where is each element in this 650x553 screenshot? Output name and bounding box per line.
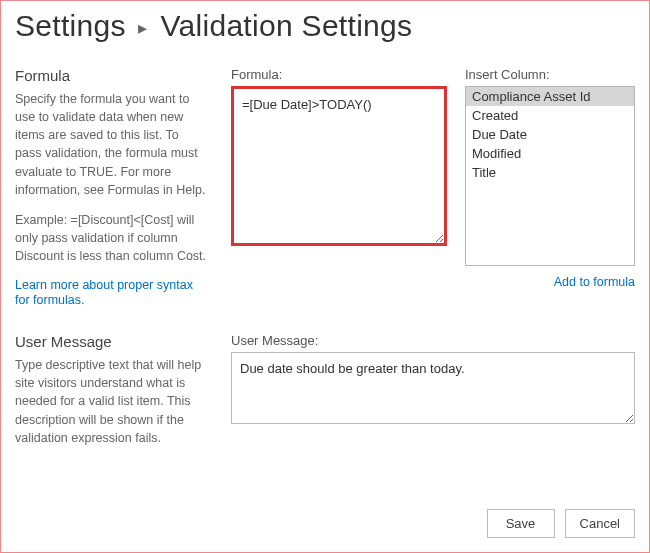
formula-section-title: Formula xyxy=(15,67,207,84)
cancel-button[interactable]: Cancel xyxy=(565,509,635,538)
list-item[interactable]: Compliance Asset Id xyxy=(466,87,634,106)
user-message-section-title: User Message xyxy=(15,333,207,350)
learn-more-link[interactable]: Learn more about proper syntax for formu… xyxy=(15,278,193,307)
user-message-field-label: User Message: xyxy=(231,333,635,348)
formula-help-text-2: Example: =[Discount]<[Cost] will only pa… xyxy=(15,211,207,265)
list-item[interactable]: Due Date xyxy=(466,125,634,144)
list-item[interactable]: Created xyxy=(466,106,634,125)
breadcrumb-current: Validation Settings xyxy=(160,9,412,42)
breadcrumb-separator-icon: ▸ xyxy=(138,18,147,38)
formula-help-text-1: Specify the formula you want to use to v… xyxy=(15,90,207,199)
breadcrumb: Settings ▸ Validation Settings xyxy=(15,9,635,43)
save-button[interactable]: Save xyxy=(487,509,555,538)
formula-field-label: Formula: xyxy=(231,67,447,82)
user-message-input[interactable] xyxy=(231,352,635,424)
list-item[interactable]: Title xyxy=(466,163,634,182)
add-to-formula-link[interactable]: Add to formula xyxy=(554,275,635,289)
user-message-section: User Message Type descriptive text that … xyxy=(15,333,635,459)
breadcrumb-root-link[interactable]: Settings xyxy=(15,9,126,42)
insert-column-label: Insert Column: xyxy=(465,67,635,82)
list-item[interactable]: Modified xyxy=(466,144,634,163)
formula-section: Formula Specify the formula you want to … xyxy=(15,67,635,307)
insert-column-list[interactable]: Compliance Asset Id Created Due Date Mod… xyxy=(465,86,635,266)
user-message-help-text: Type descriptive text that will help sit… xyxy=(15,356,207,447)
formula-input[interactable] xyxy=(231,86,447,246)
button-row: Save Cancel xyxy=(487,509,635,538)
